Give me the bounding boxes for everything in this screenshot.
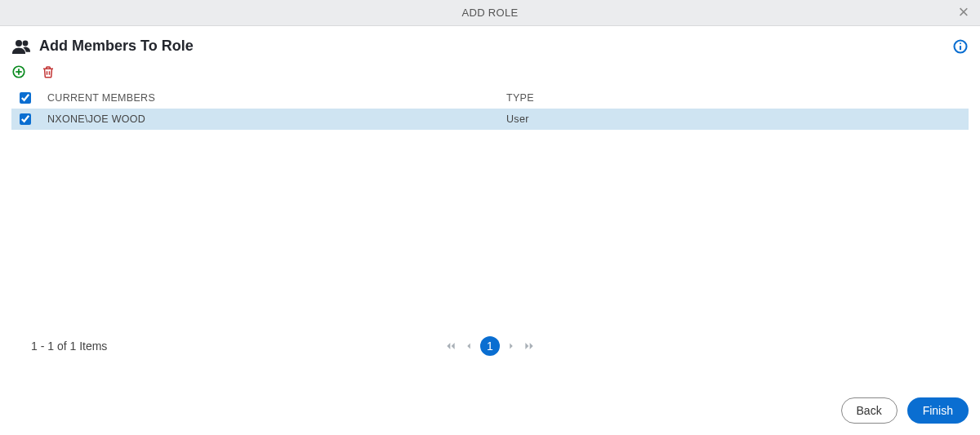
svg-point-4 xyxy=(960,42,961,44)
info-icon[interactable] xyxy=(952,38,969,55)
column-header-members[interactable]: CURRENT MEMBERS xyxy=(47,92,506,104)
finish-button[interactable]: Finish xyxy=(907,397,969,424)
svg-point-1 xyxy=(23,40,29,46)
section-title: Add Members To Role xyxy=(39,38,194,55)
row-checkbox[interactable] xyxy=(20,113,31,125)
member-type: User xyxy=(506,113,960,125)
table-row[interactable]: NXONE\JOE WOOD User xyxy=(11,109,969,130)
items-count-label: 1 - 1 of 1 Items xyxy=(11,340,107,353)
next-page-icon[interactable] xyxy=(505,336,518,356)
pagination: 1 xyxy=(444,336,536,356)
users-icon xyxy=(11,38,31,55)
svg-point-0 xyxy=(16,40,22,47)
column-header-type[interactable]: TYPE xyxy=(506,92,960,104)
members-table: CURRENT MEMBERS TYPE NXONE\JOE WOOD User xyxy=(11,87,969,130)
members-toolbar xyxy=(11,64,969,79)
delete-icon[interactable] xyxy=(41,64,56,79)
select-all-checkbox[interactable] xyxy=(20,92,31,104)
last-page-icon[interactable] xyxy=(523,336,536,356)
table-header-row: CURRENT MEMBERS TYPE xyxy=(11,87,969,109)
back-button[interactable]: Back xyxy=(841,397,898,424)
add-icon[interactable] xyxy=(11,64,26,79)
first-page-icon[interactable] xyxy=(444,336,457,356)
close-icon[interactable]: × xyxy=(954,2,973,22)
prev-page-icon[interactable] xyxy=(462,336,475,356)
dialog-header: ADD ROLE × xyxy=(0,0,980,26)
dialog-title: ADD ROLE xyxy=(462,7,519,19)
member-name: NXONE\JOE WOOD xyxy=(47,113,506,125)
page-number[interactable]: 1 xyxy=(480,336,500,356)
